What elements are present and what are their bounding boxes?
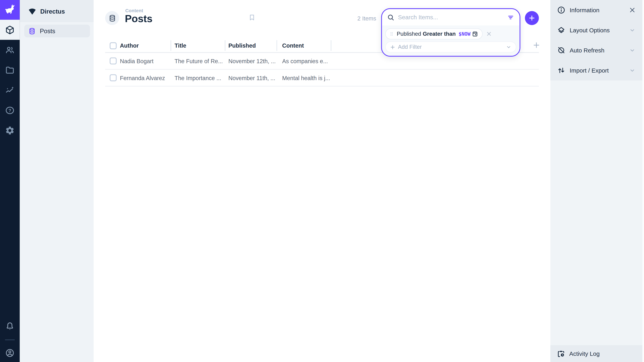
nav-item-posts[interactable]: Posts xyxy=(24,25,90,37)
column-header-content[interactable]: Content xyxy=(277,39,332,52)
bookmark-button[interactable] xyxy=(248,13,256,21)
nav-item-label: Posts xyxy=(40,27,55,34)
notifications-button[interactable] xyxy=(0,317,20,335)
plus-icon xyxy=(528,14,536,22)
activity-log-label: Activity Log xyxy=(569,350,600,357)
info-icon xyxy=(557,6,566,14)
remove-filter-button[interactable] xyxy=(486,31,492,37)
help-docs-icon: ? xyxy=(5,105,15,115)
sidebar-sections: Information Layout Options xyxy=(550,0,642,80)
module-insights[interactable] xyxy=(0,80,20,100)
sidebar-section-auto-refresh[interactable]: Auto Refresh xyxy=(550,40,642,60)
drag-handle-icon[interactable] xyxy=(389,31,394,36)
page-title: Posts xyxy=(125,13,152,25)
connection-fan-icon xyxy=(28,7,36,15)
filter-value[interactable]: $NOW xyxy=(458,31,470,37)
module-settings[interactable] xyxy=(0,120,20,140)
module-file-library[interactable] xyxy=(0,60,20,80)
column-header-author[interactable]: Author xyxy=(120,39,171,52)
notifications-bell-icon xyxy=(5,322,15,331)
chevron-down-icon[interactable] xyxy=(629,47,636,54)
file-library-folder-icon xyxy=(5,65,15,75)
column-label: Title xyxy=(174,42,186,49)
insights-icon xyxy=(5,85,15,95)
collection-icon-button[interactable] xyxy=(105,11,119,25)
svg-text:?: ? xyxy=(8,108,11,113)
filter-operator[interactable]: Greater than xyxy=(423,31,456,37)
directus-app: ? xyxy=(0,0,644,362)
chevron-down-icon[interactable] xyxy=(629,27,636,34)
close-icon xyxy=(486,31,492,37)
filter-chip-row: Published Greater than $NOW xyxy=(385,28,516,39)
filter-section: Published Greater than $NOW xyxy=(382,25,520,56)
module-bar: ? xyxy=(0,0,20,362)
project-name: Directus xyxy=(40,7,65,14)
collection-database-icon xyxy=(28,27,36,35)
right-sidebar: Information Layout Options xyxy=(550,0,644,362)
row-checkbox[interactable] xyxy=(110,74,117,81)
user-directory-icon xyxy=(5,45,15,55)
search-input[interactable] xyxy=(398,14,507,20)
item-count: 2 Items xyxy=(358,15,376,22)
settings-gear-icon xyxy=(5,125,15,135)
add-filter-label: Add Filter xyxy=(398,44,422,50)
collection-database-icon xyxy=(108,14,116,22)
bookmark-icon xyxy=(248,13,256,21)
calendar-icon[interactable] xyxy=(472,31,478,37)
filter-field[interactable]: Published xyxy=(397,31,421,37)
column-label: Content xyxy=(282,42,304,49)
column-label: Author xyxy=(120,42,139,49)
select-all-checkbox[interactable] xyxy=(110,42,117,49)
module-bar-divider xyxy=(5,339,15,340)
row-checkbox[interactable] xyxy=(110,57,117,64)
sidebar-section-label: Import / Export xyxy=(570,67,609,73)
chevron-down-icon[interactable] xyxy=(506,44,512,50)
directus-rabbit-logo-icon xyxy=(4,4,16,16)
column-label: Published xyxy=(228,42,256,49)
activity-log-button[interactable]: Activity Log xyxy=(550,345,642,362)
plus-icon xyxy=(390,44,396,50)
search-bar xyxy=(382,9,520,25)
module-bar-bottom xyxy=(0,317,20,362)
main-content: Content Posts 2 Items xyxy=(94,0,550,362)
screen: ? xyxy=(0,0,644,362)
breadcrumb[interactable]: Content xyxy=(125,8,143,13)
project-header[interactable]: Directus xyxy=(20,0,94,22)
filter-toggle-button[interactable] xyxy=(507,13,515,21)
scrollbar-gutter xyxy=(642,0,644,362)
cell-content: As companies e... xyxy=(277,58,332,64)
user-menu-button[interactable] xyxy=(0,344,20,362)
search-icon xyxy=(387,13,395,21)
cell-published: November 12th, ... xyxy=(226,58,277,64)
directus-logo-button[interactable] xyxy=(0,0,20,20)
module-content[interactable] xyxy=(0,20,20,40)
module-help[interactable]: ? xyxy=(0,100,20,120)
table-row[interactable]: Fernanda Alvarez The Importance ... Nove… xyxy=(105,70,539,86)
create-item-button[interactable] xyxy=(525,11,539,25)
sync-disabled-icon xyxy=(557,46,566,54)
content-module-cube-icon xyxy=(5,25,15,35)
column-header-published[interactable]: Published xyxy=(226,39,277,52)
cell-author: Nadia Bogart xyxy=(120,58,171,64)
filter-chip[interactable]: Published Greater than $NOW xyxy=(385,28,483,39)
search-filter-panel: Published Greater than $NOW xyxy=(381,8,520,57)
activity-log-clipboard-icon xyxy=(557,350,565,358)
sidebar-section-layout-options[interactable]: Layout Options xyxy=(550,20,642,40)
navigation-sidebar: Directus Posts xyxy=(20,0,94,362)
sidebar-section-import-export[interactable]: Import / Export xyxy=(550,60,642,80)
close-icon xyxy=(629,6,636,13)
column-header-title[interactable]: Title xyxy=(171,39,226,52)
chevron-down-icon[interactable] xyxy=(629,67,636,74)
sidebar-section-information[interactable]: Information xyxy=(550,0,642,20)
user-avatar-icon xyxy=(5,348,15,358)
cell-published: November 11th, ... xyxy=(226,74,277,81)
cell-content: Mental health is j... xyxy=(277,74,332,81)
cell-title: The Importance ... xyxy=(171,74,226,81)
cell-author: Fernanda Alvarez xyxy=(120,74,171,81)
module-user-directory[interactable] xyxy=(0,40,20,60)
cell-title: The Future of Re... xyxy=(171,58,226,64)
add-filter-button[interactable]: Add Filter xyxy=(385,41,516,52)
layers-icon xyxy=(557,26,566,34)
sidebar-section-label: Information xyxy=(570,7,600,13)
close-sidebar-button[interactable] xyxy=(629,6,636,13)
